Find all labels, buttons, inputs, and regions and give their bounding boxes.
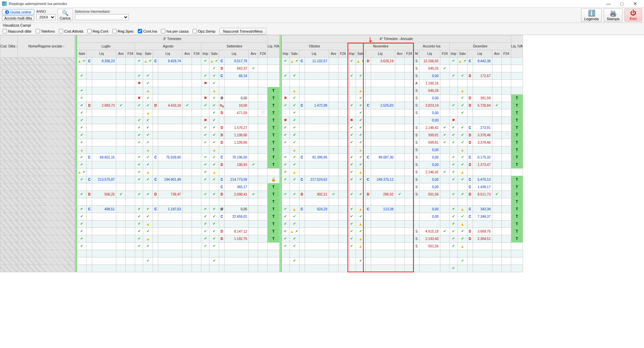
data-grid[interactable]: Cod. Ditta Nome/Ragione sociale 3° Trime… — [0, 35, 523, 272]
titlebar: Riepilogo adempimenti Iva periodici — □ … — [0, 0, 644, 7]
hdr-dicembre: Dicembre — [449, 43, 511, 50]
table-row[interactable]: xxxxxxxxxxxxxxxxxxxxxxxD1.108,66TS599,81… — [0, 139, 523, 146]
table-row[interactable]: xxxxxxxxxxxxxxxxxxxxxxxØ0,00TS0,00D381,5… — [0, 95, 523, 102]
ragione-sociale-cell: xxxxxxxxxxxxxxxxxx — [18, 80, 75, 87]
table-row[interactable]: xxxxxxxxxxxxxxxxxxxxxxxD1.108,66TS599,81… — [0, 132, 523, 139]
ragione-sociale-cell: xxxxxxxxxxxxxxxxxx — [18, 87, 75, 95]
table-row[interactable]: xxxxxxxxxxxxxxxxxxxxxxxC22.459,01T0,00C7… — [0, 213, 523, 220]
cod-ditta-cell: xxxxx — [0, 213, 18, 220]
table-row[interactable]: xxxxxxxxxxxxxxxxxxxxxxxC69.601,15C75.939… — [0, 154, 523, 161]
grid-container[interactable]: Cod. Ditta Nome/Ragione sociale 3° Trime… — [0, 35, 644, 348]
table-row[interactable]: xxxxxxxxxxxxxxxxxxxxxxxC498,51C1.197,63Ø… — [0, 206, 523, 213]
table-row[interactable]: xxxxxxxxxxxxxxxxxxxxxxxD1.576,27TS2.146,… — [0, 124, 523, 132]
carica-button[interactable]: 🔍 Carica — [57, 9, 73, 21]
table-row[interactable]: xxxxxxxxxxxxxxxxxxxxxxxD1.182,75TS2.193,… — [0, 235, 523, 243]
cod-ditta-cell: xxxxx — [0, 191, 18, 198]
hdr-settembre: Settembre — [201, 43, 268, 50]
filters-title: Visualizza Campi — [3, 23, 31, 27]
app-icon — [2, 1, 7, 6]
stampa-button[interactable]: 🖨️Stampa — [604, 8, 622, 22]
esci-button[interactable]: ⏻Esci — [625, 8, 642, 22]
ragione-sociale-cell: xxxxxxxxxxxxxxxxxx — [18, 206, 75, 213]
table-row[interactable]: xxxxxxxxxxxxxxxxxxxxxxxC66,14S0,00D172,6… — [0, 72, 523, 80]
ragione-sociale-cell: xxxxxxxxxxxxxxxxxx — [18, 228, 75, 235]
chk-opz-semp[interactable]: Opz.Semp — [193, 29, 215, 33]
ragione-sociale-cell: xxxxxxxxxxxxxxxxxx — [18, 109, 75, 117]
close-button[interactable]: ✕ — [629, 0, 642, 7]
print-icon: 🖨️ — [609, 9, 617, 17]
table-row[interactable]: xxxxxxxxxxxxxxxxxxxxxxxC8.356,23C9.429,7… — [0, 58, 523, 65]
ragione-sociale-cell: xxxxxxxxxxxxxxxxxx — [18, 72, 75, 80]
cod-ditta-cell: xxxxx — [0, 206, 18, 213]
ragione-sociale-cell: xxxxxxxxxxxxxxxxxx — [18, 124, 75, 132]
cod-ditta-cell: xxxxx — [0, 95, 18, 102]
table-row[interactable]: xxxxxxxxxxxxxxxxxxxxxxxS2.146,42 — [0, 169, 523, 176]
cod-ditta-cell: xxxxx — [0, 257, 18, 265]
ragione-sociale-cell: xxxxxxxxxxxxxxxxxx — [18, 265, 75, 272]
legenda-button[interactable]: ℹ️Legenda — [581, 8, 602, 22]
table-row[interactable]: xxxxxxxxxxxxxxxxxxxxxxx — [0, 257, 523, 265]
maximize-button[interactable]: □ — [615, 0, 629, 7]
ragione-sociale-cell: xxxxxxxxxxxxxxxxxx — [18, 154, 75, 161]
ragione-sociale-cell: xxxxxxxxxxxxxxxxxx — [18, 250, 75, 257]
cod-ditta-cell: xxxxx — [0, 132, 18, 139]
table-row[interactable]: xxxxxxxxxxxxxxxxxxxxxxxC365,17TS0,00C1.4… — [0, 183, 523, 191]
chk-nascondi-ditte[interactable]: Nascondi ditte — [3, 29, 32, 33]
ragione-sociale-cell: xxxxxxxxxxxxxxxxxx — [18, 95, 75, 102]
ragione-sociale-cell: xxxxxxxxxxxxxxxxxx — [18, 102, 75, 109]
table-row[interactable]: xxxxxxxxxxxxxxxxxxxxxxxS501,56 — [0, 243, 523, 250]
nascondi-trimestri-button[interactable]: Nascondi Trimestri/Mesi — [219, 28, 266, 35]
guide-button[interactable]: Guida online — [2, 9, 34, 15]
filter-bar: Visualizza Campi Nascondi ditte Telefono… — [0, 23, 644, 35]
table-row[interactable]: xxxxxxxxxxxxxxxxxxxxxxxC213.575,87C194.9… — [0, 176, 523, 183]
hdr-agosto: Agosto — [135, 43, 201, 50]
cod-ditta-cell: xxxxx — [0, 265, 18, 272]
table-row[interactable]: xxxxxxxxxxxxxxxxxxxxxxxD8.147,12TS4.915,… — [0, 228, 523, 235]
table-row[interactable]: xxxxxxxxxxxxxxxxxxxxxxxTT — [0, 198, 523, 206]
chk-reg-spec[interactable]: Reg.Spec — [112, 29, 134, 33]
cod-ditta-cell: xxxxx — [0, 154, 18, 161]
search-icon: 🔍 — [62, 10, 69, 16]
window-title: Riepilogo adempimenti Iva periodici — [9, 2, 602, 6]
hdr-liqiva4: Liq. IVA — [511, 35, 523, 58]
ragione-sociale-cell: xxxxxxxxxxxxxxxxxx — [18, 183, 75, 191]
cod-ditta-cell: xxxxx — [0, 250, 18, 257]
acconto-multi-button[interactable]: Acconto multi ditta — [2, 16, 34, 21]
chk-reg-cont[interactable]: Reg.Cont — [87, 29, 108, 33]
col-cod-ditta[interactable]: Cod. Ditta — [0, 44, 17, 48]
cod-ditta-cell: xxxxx — [0, 169, 18, 176]
table-row[interactable]: xxxxxxxxxxxxxxxxxxxxxxxD2.983,73D4.433,1… — [0, 102, 523, 109]
hdr-liqiva3: Liq. IVA — [268, 35, 279, 58]
anno-select[interactable]: 20XX — [36, 14, 55, 20]
cod-ditta-cell: xxxxx — [0, 117, 18, 124]
chk-iva-cassa[interactable]: Iva per cassa — [161, 29, 188, 33]
table-row[interactable]: xxxxxxxxxxxxxxxxxxxxxxxTS549,26 — [0, 87, 523, 95]
ragione-sociale-cell: xxxxxxxxxxxxxxxxxx — [18, 220, 75, 228]
cod-ditta-cell: xxxxx — [0, 176, 18, 183]
ragione-sociale-cell: xxxxxxxxxxxxxxxxxx — [18, 243, 75, 250]
table-row[interactable]: xxxxxxxxxxxxxxxxxxxxxxxTT — [0, 220, 523, 228]
ragione-sociale-cell: xxxxxxxxxxxxxxxxxx — [18, 146, 75, 154]
chk-telefono[interactable]: Telefono — [36, 29, 55, 33]
cod-ditta-cell: xxxxx — [0, 80, 18, 87]
ragione-sociale-cell: xxxxxxxxxxxxxxxxxx — [18, 139, 75, 146]
ragione-sociale-cell: xxxxxxxxxxxxxxxxxx — [18, 257, 75, 265]
table-row[interactable]: xxxxxxxxxxxxxxxxxxxxxxxTS0,00T — [0, 146, 523, 154]
cod-ditta-cell: xxxxx — [0, 243, 18, 250]
table-row[interactable]: xxxxxxxxxxxxxxxxxxxxxxxD682,37S549,26 — [0, 65, 523, 72]
minimize-button[interactable]: — — [602, 0, 615, 7]
table-row[interactable]: xxxxxxxxxxxxxxxxxxxxxxx — [0, 265, 523, 272]
cod-ditta-cell: xxxxx — [0, 102, 18, 109]
table-row[interactable]: xxxxxxxxxxxxxxxxxxxxxxx — [0, 250, 523, 257]
cod-ditta-cell: xxxxx — [0, 146, 18, 154]
chk-cod-attivita[interactable]: Cod.Attività — [59, 29, 83, 33]
chk-cont-iva[interactable]: Cont.Iva — [138, 29, 157, 33]
table-row[interactable]: xxxxxxxxxxxxxxxxxxxxxxxD190,93TS0,00D1.3… — [0, 161, 523, 169]
table-row[interactable]: xxxxxxxxxxxxxxxxxxxxxxxT0,00T — [0, 117, 523, 124]
table-row[interactable]: xxxxxxxxxxxxxxxxxxxxxxxD506,25D738,47D2.… — [0, 191, 523, 198]
intermediario-select[interactable] — [75, 14, 129, 20]
table-row[interactable]: xxxxxxxxxxxxxxxxxxxxxxxD471,59TS0,00T — [0, 109, 523, 117]
cod-ditta-cell: xxxxx — [0, 198, 18, 206]
col-nome[interactable]: Nome/Ragione sociale — [28, 44, 65, 48]
table-row[interactable]: xxxxxxxxxxxxxxxxxxxxxxxA1.190,16 — [0, 80, 523, 87]
